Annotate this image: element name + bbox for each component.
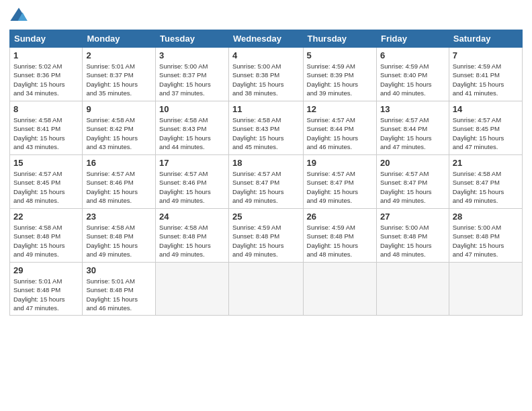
day-number: 5: [307, 50, 373, 60]
day-info: Sunrise: 4:58 AM Sunset: 8:42 PM Dayligh…: [86, 116, 152, 151]
day-number: 27: [380, 212, 445, 222]
calendar-cell: 27Sunrise: 5:00 AM Sunset: 8:48 PM Dayli…: [376, 209, 449, 263]
day-number: 24: [159, 212, 225, 222]
day-number: 17: [159, 158, 225, 168]
calendar-cell: 25Sunrise: 4:59 AM Sunset: 8:48 PM Dayli…: [228, 209, 303, 263]
calendar-cell: 11Sunrise: 4:58 AM Sunset: 8:43 PM Dayli…: [228, 101, 303, 155]
calendar-cell: 19Sunrise: 4:57 AM Sunset: 8:47 PM Dayli…: [303, 155, 376, 209]
day-info: Sunrise: 5:01 AM Sunset: 8:48 PM Dayligh…: [86, 277, 152, 312]
calendar-cell: 22Sunrise: 4:58 AM Sunset: 8:48 PM Dayli…: [10, 209, 83, 263]
calendar-cell: 12Sunrise: 4:57 AM Sunset: 8:44 PM Dayli…: [303, 101, 376, 155]
day-number: 7: [453, 50, 519, 60]
calendar-cell: 4Sunrise: 5:00 AM Sunset: 8:38 PM Daylig…: [228, 48, 303, 101]
day-info: Sunrise: 5:00 AM Sunset: 8:37 PM Dayligh…: [159, 62, 225, 97]
day-number: 18: [232, 158, 300, 168]
day-header-monday: Monday: [83, 30, 156, 48]
day-number: 21: [453, 158, 519, 168]
day-info: Sunrise: 4:58 AM Sunset: 8:47 PM Dayligh…: [453, 169, 519, 205]
day-info: Sunrise: 4:57 AM Sunset: 8:46 PM Dayligh…: [159, 169, 225, 205]
day-info: Sunrise: 4:57 AM Sunset: 8:47 PM Dayligh…: [232, 169, 300, 205]
day-number: 6: [380, 50, 445, 60]
day-number: 20: [380, 158, 445, 168]
calendar-cell: 21Sunrise: 4:58 AM Sunset: 8:47 PM Dayli…: [449, 155, 522, 209]
day-info: Sunrise: 4:59 AM Sunset: 8:48 PM Dayligh…: [307, 223, 373, 259]
calendar-table: SundayMondayTuesdayWednesdayThursdayFrid…: [9, 30, 523, 316]
day-info: Sunrise: 4:58 AM Sunset: 8:43 PM Dayligh…: [159, 116, 225, 151]
day-number: 16: [86, 158, 152, 168]
day-info: Sunrise: 4:58 AM Sunset: 8:48 PM Dayligh…: [86, 223, 152, 259]
day-number: 13: [380, 104, 445, 114]
calendar-cell: 6Sunrise: 4:59 AM Sunset: 8:40 PM Daylig…: [376, 48, 449, 101]
day-number: 23: [86, 212, 152, 222]
calendar-cell: 15Sunrise: 4:57 AM Sunset: 8:45 PM Dayli…: [10, 155, 83, 209]
day-number: 8: [13, 104, 79, 114]
day-info: Sunrise: 5:01 AM Sunset: 8:48 PM Dayligh…: [13, 277, 79, 312]
day-header-thursday: Thursday: [303, 30, 376, 48]
day-header-wednesday: Wednesday: [228, 30, 303, 48]
day-info: Sunrise: 5:00 AM Sunset: 8:38 PM Dayligh…: [232, 62, 300, 97]
day-info: Sunrise: 4:58 AM Sunset: 8:41 PM Dayligh…: [13, 116, 79, 151]
day-number: 25: [232, 212, 300, 222]
day-number: 9: [86, 104, 152, 114]
day-number: 30: [86, 265, 152, 275]
day-info: Sunrise: 4:57 AM Sunset: 8:44 PM Dayligh…: [380, 116, 445, 151]
calendar-cell: 14Sunrise: 4:57 AM Sunset: 8:45 PM Dayli…: [449, 101, 522, 155]
day-info: Sunrise: 4:57 AM Sunset: 8:45 PM Dayligh…: [13, 169, 79, 205]
day-header-tuesday: Tuesday: [156, 30, 229, 48]
day-header-friday: Friday: [376, 30, 449, 48]
day-info: Sunrise: 4:57 AM Sunset: 8:47 PM Dayligh…: [307, 169, 373, 205]
day-number: 29: [13, 265, 79, 275]
day-header-saturday: Saturday: [449, 30, 522, 48]
day-number: 28: [453, 212, 519, 222]
day-info: Sunrise: 4:59 AM Sunset: 8:41 PM Dayligh…: [453, 62, 519, 97]
calendar-cell: 30Sunrise: 5:01 AM Sunset: 8:48 PM Dayli…: [83, 263, 156, 316]
calendar-cell: [449, 263, 522, 316]
calendar-cell: 29Sunrise: 5:01 AM Sunset: 8:48 PM Dayli…: [10, 263, 83, 316]
day-number: 12: [307, 104, 373, 114]
calendar-cell: [303, 263, 376, 316]
day-number: 1: [13, 50, 79, 60]
calendar-cell: 1Sunrise: 5:02 AM Sunset: 8:36 PM Daylig…: [10, 48, 83, 101]
calendar-cell: 2Sunrise: 5:01 AM Sunset: 8:37 PM Daylig…: [83, 48, 156, 101]
day-info: Sunrise: 5:00 AM Sunset: 8:48 PM Dayligh…: [453, 223, 519, 259]
logo: [9, 7, 31, 26]
day-info: Sunrise: 4:58 AM Sunset: 8:48 PM Dayligh…: [13, 223, 79, 259]
calendar-cell: [376, 263, 449, 316]
day-info: Sunrise: 4:59 AM Sunset: 8:48 PM Dayligh…: [232, 223, 300, 259]
day-number: 26: [307, 212, 373, 222]
day-info: Sunrise: 5:02 AM Sunset: 8:36 PM Dayligh…: [13, 62, 79, 97]
calendar-cell: 26Sunrise: 4:59 AM Sunset: 8:48 PM Dayli…: [303, 209, 376, 263]
day-info: Sunrise: 5:00 AM Sunset: 8:48 PM Dayligh…: [380, 223, 445, 259]
calendar-cell: [228, 263, 303, 316]
calendar-cell: 24Sunrise: 4:58 AM Sunset: 8:48 PM Dayli…: [156, 209, 229, 263]
calendar-cell: 17Sunrise: 4:57 AM Sunset: 8:46 PM Dayli…: [156, 155, 229, 209]
calendar-cell: 5Sunrise: 4:59 AM Sunset: 8:39 PM Daylig…: [303, 48, 376, 101]
calendar-cell: 3Sunrise: 5:00 AM Sunset: 8:37 PM Daylig…: [156, 48, 229, 101]
calendar-cell: 8Sunrise: 4:58 AM Sunset: 8:41 PM Daylig…: [10, 101, 83, 155]
calendar-cell: 28Sunrise: 5:00 AM Sunset: 8:48 PM Dayli…: [449, 209, 522, 263]
day-info: Sunrise: 4:57 AM Sunset: 8:44 PM Dayligh…: [307, 116, 373, 151]
calendar-cell: 9Sunrise: 4:58 AM Sunset: 8:42 PM Daylig…: [83, 101, 156, 155]
logo-icon: [9, 7, 28, 26]
calendar-cell: 10Sunrise: 4:58 AM Sunset: 8:43 PM Dayli…: [156, 101, 229, 155]
calendar-cell: [156, 263, 229, 316]
day-info: Sunrise: 4:57 AM Sunset: 8:45 PM Dayligh…: [453, 116, 519, 151]
calendar-cell: 18Sunrise: 4:57 AM Sunset: 8:47 PM Dayli…: [228, 155, 303, 209]
calendar-cell: 20Sunrise: 4:57 AM Sunset: 8:47 PM Dayli…: [376, 155, 449, 209]
day-info: Sunrise: 4:59 AM Sunset: 8:40 PM Dayligh…: [380, 62, 445, 97]
day-info: Sunrise: 4:57 AM Sunset: 8:47 PM Dayligh…: [380, 169, 445, 205]
calendar-cell: 16Sunrise: 4:57 AM Sunset: 8:46 PM Dayli…: [83, 155, 156, 209]
day-number: 15: [13, 158, 79, 168]
day-number: 3: [159, 50, 225, 60]
day-number: 22: [13, 212, 79, 222]
page-header: [9, 7, 523, 26]
calendar-cell: 7Sunrise: 4:59 AM Sunset: 8:41 PM Daylig…: [449, 48, 522, 101]
day-number: 2: [86, 50, 152, 60]
calendar-cell: 23Sunrise: 4:58 AM Sunset: 8:48 PM Dayli…: [83, 209, 156, 263]
day-info: Sunrise: 4:57 AM Sunset: 8:46 PM Dayligh…: [86, 169, 152, 205]
day-info: Sunrise: 4:58 AM Sunset: 8:48 PM Dayligh…: [159, 223, 225, 259]
day-header-sunday: Sunday: [10, 30, 83, 48]
day-info: Sunrise: 4:58 AM Sunset: 8:43 PM Dayligh…: [232, 116, 300, 151]
day-number: 4: [232, 50, 300, 60]
day-number: 11: [232, 104, 300, 114]
